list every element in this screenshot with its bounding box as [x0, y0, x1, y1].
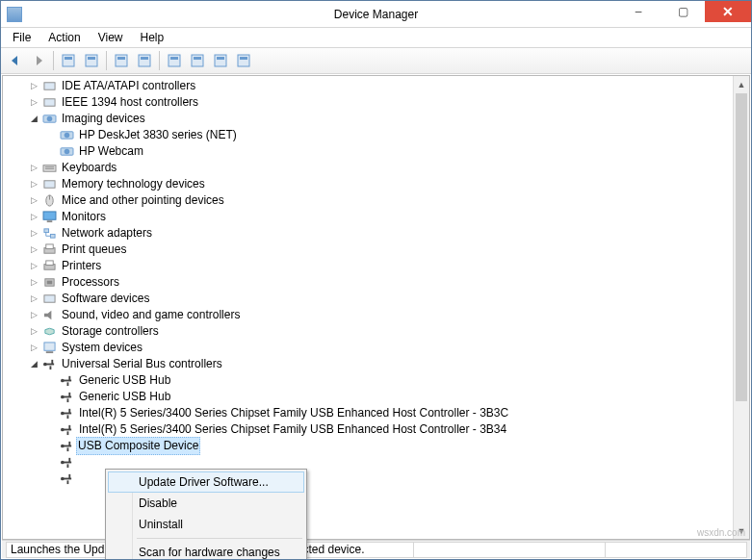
expand-icon[interactable]: ▷ — [28, 277, 39, 289]
tree-item-label: Monitors — [60, 209, 108, 225]
imaging-icon — [59, 145, 74, 159]
svg-rect-5 — [117, 57, 125, 60]
tree-item[interactable]: ◢Imaging devices — [3, 111, 749, 127]
tree-item-label: Print queues — [60, 242, 128, 258]
tree-item[interactable]: ▷Generic USB Hub — [3, 372, 749, 389]
scroll-thumb[interactable] — [736, 93, 747, 401]
refresh-icon[interactable] — [134, 50, 155, 71]
titlebar: Device Manager – ▢ ✕ — [1, 1, 751, 28]
keyboard-icon — [41, 162, 57, 175]
window-buttons: – ▢ ✕ — [616, 1, 751, 22]
svg-rect-46 — [49, 366, 51, 369]
context-menu-item[interactable]: Disable — [108, 493, 304, 514]
svg-rect-58 — [66, 415, 68, 419]
svg-rect-1 — [65, 57, 72, 60]
tree-item[interactable]: ▷Intel(R) 5 Series/3400 Series Chipset F… — [3, 405, 749, 421]
network-icon — [41, 227, 57, 241]
expand-icon[interactable]: ▷ — [28, 310, 39, 321]
tree-item-label: USB Composite Device — [76, 437, 200, 455]
tree-item[interactable]: ▷Memory technology devices — [3, 176, 749, 192]
tree-item-label: Printers — [60, 258, 103, 274]
svg-rect-11 — [194, 57, 201, 60]
tree-item[interactable]: ▷Sound, video and game controllers — [3, 307, 749, 323]
show-hidden-icon[interactable] — [58, 50, 79, 71]
expand-icon[interactable]: ▷ — [28, 326, 39, 338]
maximize-button[interactable]: ▢ — [661, 1, 705, 22]
watermark: wsxdn.com — [697, 527, 745, 538]
tree-item[interactable]: ▷Storage controllers — [3, 323, 749, 340]
context-menu-item[interactable]: Uninstall — [108, 514, 304, 535]
ieee-icon — [41, 96, 57, 110]
tree-item[interactable]: ▷Keyboards — [3, 160, 749, 176]
tree-item[interactable]: ▷Processors — [3, 274, 749, 291]
expand-icon[interactable]: ▷ — [28, 212, 39, 223]
properties-icon[interactable] — [81, 50, 102, 71]
tree-item[interactable]: ▷Mice and other pointing devices — [3, 192, 749, 209]
help-icon[interactable] — [111, 50, 132, 71]
close-button[interactable]: ✕ — [705, 1, 751, 22]
collapse-icon[interactable]: ◢ — [28, 359, 39, 370]
svg-rect-50 — [66, 382, 68, 386]
usb-icon — [59, 374, 74, 388]
expand-icon[interactable]: ▷ — [28, 261, 39, 272]
expand-icon[interactable]: ▷ — [28, 343, 39, 354]
tree-item-label: Sound, video and game controllers — [60, 307, 242, 323]
back-arrow-icon[interactable] — [5, 50, 26, 71]
tree-item[interactable]: ▷Monitors — [3, 209, 749, 225]
context-menu-separator — [137, 538, 302, 539]
tree-item-label: Intel(R) 5 Series/3400 Series Chipset Fa… — [77, 405, 510, 421]
uninstall-icon[interactable] — [210, 50, 231, 71]
status-cell-3 — [605, 542, 747, 558]
svg-rect-8 — [169, 55, 180, 66]
tree-item-label: IEEE 1394 host controllers — [60, 94, 200, 111]
tree-item[interactable]: ▷Intel(R) 5 Series/3400 Series Chipset F… — [3, 421, 749, 438]
svg-rect-32 — [43, 229, 48, 233]
menu-action[interactable]: Action — [40, 29, 88, 46]
expand-icon[interactable]: ▷ — [28, 179, 39, 191]
expand-icon[interactable]: ▷ — [28, 244, 39, 256]
tree-item[interactable]: ◢Universal Serial Bus controllers — [3, 356, 749, 372]
tree-item[interactable]: ▷Printers — [3, 258, 749, 274]
vertical-scrollbar[interactable]: ▲ ▼ — [733, 76, 749, 539]
tree-item-label: IDE ATA/ATAPI controllers — [60, 78, 197, 94]
sound-icon — [41, 309, 57, 322]
svg-point-23 — [64, 149, 69, 155]
minimize-button[interactable]: – — [616, 1, 661, 22]
tree-item[interactable]: ▷Generic USB Hub — [3, 389, 749, 405]
tree-item[interactable]: ▷System devices — [3, 340, 749, 356]
ide-icon — [41, 80, 57, 93]
tree-item-label: Universal Serial Bus controllers — [60, 356, 224, 372]
context-menu-item[interactable]: Update Driver Software... — [108, 471, 304, 493]
context-menu-item[interactable]: Scan for hardware changes — [108, 542, 304, 560]
svg-rect-15 — [240, 57, 247, 60]
menu-help[interactable]: Help — [133, 29, 172, 46]
tree-item[interactable]: ▷IDE ATA/ATAPI controllers — [3, 78, 749, 94]
tree-item[interactable]: ▷Print queues — [3, 242, 749, 258]
svg-rect-30 — [43, 212, 56, 219]
expand-icon[interactable]: ▷ — [28, 293, 39, 305]
tree-item[interactable]: ▷HP Webcam — [3, 143, 749, 160]
svg-rect-10 — [192, 55, 203, 66]
expand-icon[interactable]: ▷ — [28, 228, 39, 240]
tree-item[interactable]: ▷Network adapters — [3, 225, 749, 242]
expand-icon[interactable]: ▷ — [28, 195, 39, 207]
tree-item-label: Generic USB Hub — [77, 372, 172, 389]
expand-icon[interactable]: ▷ — [28, 163, 39, 174]
scan-icon[interactable] — [164, 50, 185, 71]
menu-view[interactable]: View — [91, 29, 131, 46]
expand-icon[interactable]: ▷ — [28, 81, 39, 92]
tree-item[interactable]: ▷Software devices — [3, 291, 749, 307]
tree-item[interactable]: ▷IEEE 1394 host controllers — [3, 94, 749, 111]
menu-file[interactable]: File — [5, 29, 39, 46]
svg-rect-74 — [66, 480, 68, 484]
svg-rect-12 — [215, 55, 226, 66]
update-driver-icon[interactable] — [187, 50, 208, 71]
disable-icon[interactable] — [233, 50, 254, 71]
tree-item[interactable]: ▷HP DeskJet 3830 series (NET) — [3, 127, 749, 143]
system-icon — [41, 342, 57, 355]
scroll-up-icon[interactable]: ▲ — [734, 76, 749, 92]
tree-item[interactable]: ▷USB Composite Device — [3, 438, 749, 454]
expand-icon[interactable]: ▷ — [28, 97, 39, 109]
collapse-icon[interactable]: ◢ — [28, 114, 39, 125]
forward-arrow-icon[interactable] — [28, 50, 49, 71]
